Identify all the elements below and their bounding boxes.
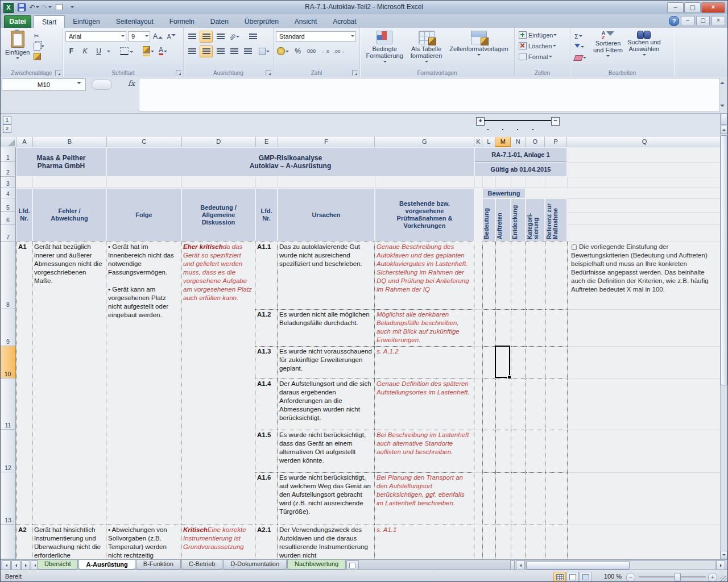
row-header-3[interactable]: 3: [1, 177, 16, 188]
rating-cell[interactable]: [526, 347, 545, 379]
col-header-K[interactable]: K: [474, 137, 482, 147]
tab-einfuegen[interactable]: Einfügen: [65, 15, 107, 28]
next-sheet-button[interactable]: [21, 560, 30, 570]
sheet-tab-b-funktion[interactable]: B-Funktion: [136, 560, 181, 569]
formula-bar-scroll[interactable]: [718, 78, 726, 110]
clipboard-dialog-launcher-icon[interactable]: [55, 70, 61, 76]
fx-icon[interactable]: fx: [128, 79, 135, 88]
col-header-D[interactable]: D: [182, 137, 256, 147]
cell-a1-fehler[interactable]: Gerät hat bezüglich innerer und äußerer …: [32, 242, 106, 525]
rating-cell[interactable]: [496, 242, 511, 310]
header-bedeutung[interactable]: Bedeutung / Allgemeine Diskussion: [182, 189, 255, 241]
col-header-P[interactable]: P: [545, 137, 567, 147]
tab-ansicht[interactable]: Ansicht: [287, 15, 325, 28]
formula-input[interactable]: [139, 78, 720, 111]
close-workbook-button[interactable]: ×: [712, 16, 725, 26]
row-header-9[interactable]: 9: [1, 309, 16, 346]
header-lfd-nr[interactable]: Lfd. Nr.: [16, 189, 32, 241]
header-rot-referenz[interactable]: Referenz zur Maßnahme: [545, 199, 566, 241]
row-header-12[interactable]: 12: [1, 430, 16, 472]
scroll-left-button[interactable]: [516, 560, 525, 570]
cell-a2-folge[interactable]: • Abweichungen von Sollvorgaben (z.B. Te…: [106, 525, 181, 559]
formula-scroll-up-icon[interactable]: [720, 80, 725, 84]
decrease-decimal-button[interactable]: ,00→: [333, 46, 346, 57]
header-rot-bedeutung[interactable]: Bedeutung: [483, 199, 495, 241]
increase-decimal-button[interactable]: ←,0: [319, 46, 331, 57]
rating-cell[interactable]: [483, 430, 496, 473]
outline-expand-button[interactable]: +: [476, 117, 485, 126]
cell-a2-1-ursache[interactable]: Der Verwendungszweck des Autoklaven und …: [278, 525, 375, 559]
header-rot-entdeckung[interactable]: Entdeckung: [511, 199, 525, 241]
cell-a1-bedeutung[interactable]: Eher kritischda das Gerät so spezifizier…: [181, 242, 255, 525]
vertical-scroll-thumb[interactable]: [721, 135, 727, 385]
col-header-O[interactable]: O: [526, 137, 545, 147]
cut-button[interactable]: ✂: [34, 32, 44, 40]
cell-a2-1-massnahme[interactable]: s. A1.1: [375, 525, 474, 559]
rating-cell[interactable]: [483, 525, 496, 559]
formula-bar-button[interactable]: [92, 80, 112, 90]
wrap-text-button[interactable]: [247, 31, 259, 42]
rating-cell[interactable]: [511, 242, 526, 310]
paste-button[interactable]: Einfügen: [3, 30, 32, 62]
cell-a1-2-ursache[interactable]: Es wurden nicht alle möglichen Beladungs…: [278, 309, 375, 346]
cell-a1-2-nr[interactable]: A1.2: [255, 309, 278, 346]
insert-cells-button[interactable]: Einfügen: [519, 31, 568, 39]
rating-cell[interactable]: [496, 430, 511, 473]
cell-note[interactable]: ▢ Die vorliegende Einstufung der Bewertu…: [569, 242, 718, 313]
zoom-in-button[interactable]: +: [708, 573, 717, 582]
cell-a1-1-nr[interactable]: A1.1: [255, 242, 278, 309]
sheet-tab-uebersicht[interactable]: Übersicht: [37, 560, 78, 569]
copy-button[interactable]: [34, 42, 44, 51]
cell-doc-ref[interactable]: RA-7.1-01, Anlage 1: [475, 148, 566, 162]
rating-cell[interactable]: [545, 525, 568, 559]
align-left-button[interactable]: [186, 46, 198, 57]
rating-cell[interactable]: [496, 310, 511, 347]
cell-a1-5-nr[interactable]: A1.5: [255, 430, 278, 472]
rating-cell[interactable]: [526, 379, 545, 430]
rating-cell[interactable]: [483, 473, 496, 525]
rating-cell[interactable]: [511, 310, 526, 347]
col-header-G[interactable]: G: [375, 137, 474, 147]
accounting-format-button[interactable]: [276, 46, 290, 57]
outline-level-1-button[interactable]: 1: [3, 116, 11, 124]
cell-a1-2-massnahme[interactable]: Möglichst alle denkbaren Beladungsfälle …: [375, 309, 474, 346]
cell-a1-4-massnahme[interactable]: Genaue Definition des späteren Aufstellu…: [375, 379, 474, 430]
sheet-tab-d-dokumentation[interactable]: D-Dokumentation: [223, 560, 287, 569]
cell-a1-6-ursache[interactable]: Es wurde nicht berücksichtigt, auf welch…: [278, 472, 375, 525]
help-button[interactable]: ?: [669, 16, 679, 26]
borders-button[interactable]: [119, 46, 134, 57]
rating-cell[interactable]: [545, 430, 568, 473]
col-header-C[interactable]: C: [107, 137, 182, 147]
rating-cell[interactable]: [526, 310, 545, 347]
tab-ueberpruefen[interactable]: Überprüfen: [237, 15, 287, 28]
cell-styles-button[interactable]: Zellenformatvorlagen: [447, 30, 510, 65]
tab-start[interactable]: Start: [34, 15, 65, 28]
sheet-tab-c-betrieb[interactable]: C-Betrieb: [181, 560, 222, 569]
cell-a2-nr[interactable]: A2: [16, 525, 32, 559]
cell-a1-1-massnahme[interactable]: Genaue Beschreibung des Autoklaven und d…: [375, 242, 474, 309]
resize-grip[interactable]: [720, 576, 727, 582]
percent-style-button[interactable]: %: [292, 46, 304, 57]
conditional-formatting-button[interactable]: Bedingte Formatierung: [363, 30, 405, 65]
formula-expand-icon[interactable]: [720, 105, 725, 109]
rating-cell[interactable]: [526, 473, 545, 525]
zoom-level[interactable]: 100 %: [604, 573, 622, 580]
tab-datei[interactable]: Datei: [4, 15, 31, 29]
rating-cell[interactable]: [511, 347, 526, 379]
rating-cell[interactable]: [483, 347, 496, 379]
name-box-caret-icon[interactable]: [77, 82, 81, 86]
header-rot-kategorisierung[interactable]: Kategori- sierung: [526, 199, 544, 241]
number-dialog-launcher-icon[interactable]: [352, 70, 358, 76]
rating-cell[interactable]: [526, 242, 545, 310]
rating-cell[interactable]: [496, 473, 511, 525]
tab-daten[interactable]: Daten: [202, 15, 237, 28]
outline-collapse-button[interactable]: −: [551, 117, 560, 126]
row-header-partial[interactable]: [1, 525, 16, 559]
scroll-down-button[interactable]: [721, 551, 727, 559]
decrease-indent-button[interactable]: [228, 46, 240, 57]
prev-sheet-button[interactable]: [11, 560, 20, 570]
rating-cell[interactable]: [545, 347, 568, 379]
increase-indent-button[interactable]: [242, 46, 254, 57]
merge-center-button[interactable]: [258, 46, 271, 57]
header-rot-auftreten[interactable]: Auftreten: [496, 199, 510, 241]
